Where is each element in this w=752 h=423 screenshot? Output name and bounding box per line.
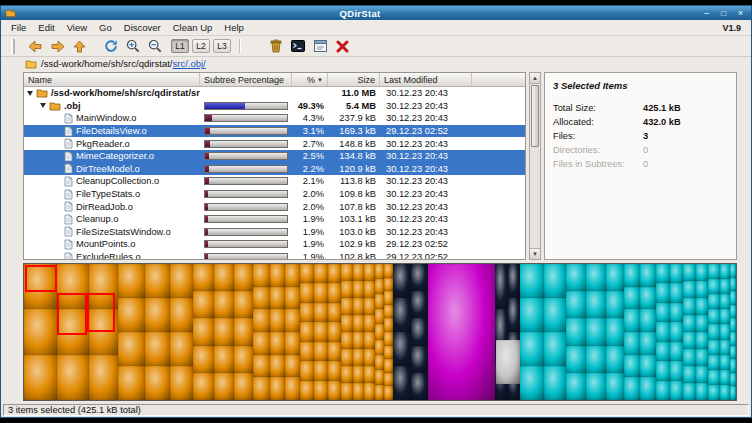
treemap-cell[interactable] xyxy=(520,332,544,366)
table-row[interactable]: FileSizeStatsWindow.o1.9%103.0 kB30.12.2… xyxy=(24,226,525,239)
table-row[interactable]: MountPoints.o1.9%102.9 kB29.12.23 02:52 xyxy=(24,238,525,251)
treemap-cell[interactable] xyxy=(428,264,496,400)
treemap-cell[interactable] xyxy=(566,346,587,373)
treemap-cell[interactable] xyxy=(300,361,314,380)
treemap-cell[interactable] xyxy=(375,324,384,339)
treemap-cell[interactable] xyxy=(118,332,145,366)
treemap-cell[interactable] xyxy=(393,366,411,400)
treemap-cell[interactable] xyxy=(364,281,375,298)
treemap-cell[interactable] xyxy=(341,298,353,315)
go-back-button[interactable] xyxy=(25,37,45,55)
treemap-cell[interactable] xyxy=(118,298,145,332)
treemap-cell[interactable] xyxy=(145,264,170,298)
treemap-cell[interactable] xyxy=(375,264,384,279)
treemap-cell[interactable] xyxy=(730,386,736,400)
treemap-cell[interactable] xyxy=(364,315,375,332)
treemap-cell[interactable] xyxy=(708,324,719,339)
menu-item-discover[interactable]: Discover xyxy=(118,22,167,33)
treemap-cell[interactable] xyxy=(353,315,364,332)
treemap-cell[interactable] xyxy=(353,298,364,315)
treemap-cell[interactable] xyxy=(640,309,656,332)
table-row[interactable]: DirReadJob.o2.0%107.8 kB30.12.23 20:43 xyxy=(24,200,525,213)
treemap-cell[interactable] xyxy=(270,355,286,378)
table-row[interactable]: MainWindow.o4.3%237.9 kB30.12.23 20:43 xyxy=(24,112,525,125)
treemap-cell[interactable] xyxy=(670,264,684,283)
treemap-cell[interactable] xyxy=(683,349,696,366)
expander-icon[interactable] xyxy=(27,91,33,96)
treemap-cell[interactable] xyxy=(328,342,341,361)
treemap-cell[interactable] xyxy=(696,264,708,281)
treemap-cell[interactable] xyxy=(696,298,708,315)
column-header-[interactable]: %▼ xyxy=(292,73,328,86)
toolbar-grip[interactable] xyxy=(11,39,15,54)
menu-item-clean-up[interactable]: Clean Up xyxy=(167,22,219,33)
treemap-cell[interactable] xyxy=(708,294,719,309)
treemap-cell[interactable] xyxy=(730,332,736,346)
path-segment-obj[interactable]: .obj/ xyxy=(188,58,206,69)
delete-button[interactable] xyxy=(332,37,352,55)
table-row[interactable]: ExcludeRules.o1.9%102.8 kB29.12.23 02:52 xyxy=(24,251,525,259)
treemap-cell[interactable] xyxy=(606,318,624,345)
treemap-cell[interactable] xyxy=(341,281,353,298)
treemap-cell[interactable] xyxy=(384,318,393,332)
treemap-cell[interactable] xyxy=(606,264,624,291)
treemap-cell[interactable] xyxy=(708,309,719,324)
treemap-cell[interactable] xyxy=(118,366,145,400)
treemap-cell[interactable] xyxy=(411,346,428,373)
treemap-cell[interactable] xyxy=(640,355,656,378)
treemap-cell[interactable] xyxy=(670,322,684,341)
scroll-down-arrow-icon[interactable]: ▼ xyxy=(530,248,540,259)
treemap-cell[interactable] xyxy=(730,305,736,319)
treemap-level-button-l2[interactable]: L2 xyxy=(192,39,210,53)
treemap-cell[interactable] xyxy=(341,366,353,383)
treemap-cell[interactable] xyxy=(683,264,696,281)
treemap-cell[interactable] xyxy=(586,373,605,400)
treemap-cell[interactable] xyxy=(566,318,587,345)
treemap-cell[interactable] xyxy=(393,298,411,332)
treemap-cell[interactable] xyxy=(170,332,193,366)
treemap-cell[interactable] xyxy=(375,370,384,385)
treemap-cell[interactable] xyxy=(193,264,214,291)
treemap-cell[interactable] xyxy=(341,332,353,349)
treemap-cell[interactable] xyxy=(234,318,253,345)
table-row[interactable]: FileDetailsView.o3.1%169.3 kB29.12.23 02… xyxy=(24,125,525,138)
treemap-cell[interactable] xyxy=(566,264,587,291)
treemap-cell[interactable] xyxy=(375,340,384,355)
treemap-cell[interactable] xyxy=(544,298,566,332)
treemap-cell[interactable] xyxy=(696,315,708,332)
treemap-cell[interactable] xyxy=(270,377,286,400)
treemap-cell[interactable] xyxy=(670,342,684,361)
treemap-cell[interactable] xyxy=(300,264,314,283)
treemap-cell[interactable] xyxy=(193,291,214,318)
treemap-cell[interactable] xyxy=(214,291,234,318)
treemap-cell[interactable] xyxy=(341,264,353,281)
treemap-cell[interactable] xyxy=(285,287,300,310)
treemap-cell[interactable] xyxy=(393,264,411,298)
treemap-cell[interactable] xyxy=(393,332,411,366)
treemap-cell[interactable] xyxy=(145,366,170,400)
treemap-cell[interactable] xyxy=(566,291,587,318)
treemap-cell[interactable] xyxy=(375,385,384,400)
treemap-cell[interactable] xyxy=(328,264,341,283)
treemap-cell[interactable] xyxy=(353,332,364,349)
treemap-cell[interactable] xyxy=(384,305,393,319)
treemap-cell[interactable] xyxy=(586,346,605,373)
minimize-button[interactable]: – xyxy=(700,8,713,19)
treemap-cell[interactable] xyxy=(118,264,145,298)
treemap-cell[interactable] xyxy=(253,287,270,310)
treemap-cell[interactable] xyxy=(364,366,375,383)
treemap-cell[interactable] xyxy=(270,309,286,332)
maximize-button[interactable]: □ xyxy=(717,8,730,19)
treemap-cell[interactable] xyxy=(411,291,428,318)
treemap-cell[interactable] xyxy=(364,349,375,366)
treemap-level-button-l3[interactable]: L3 xyxy=(213,39,231,53)
treemap-cell[interactable] xyxy=(624,287,640,310)
treemap-cell[interactable] xyxy=(496,340,519,384)
treemap-cell[interactable] xyxy=(384,291,393,305)
treemap-cell[interactable] xyxy=(384,346,393,360)
treemap-cell[interactable] xyxy=(670,381,684,400)
treemap-cell[interactable] xyxy=(640,287,656,310)
treemap-cell[interactable] xyxy=(696,349,708,366)
treemap-cell[interactable] xyxy=(720,279,731,294)
expander-icon[interactable] xyxy=(40,103,46,108)
